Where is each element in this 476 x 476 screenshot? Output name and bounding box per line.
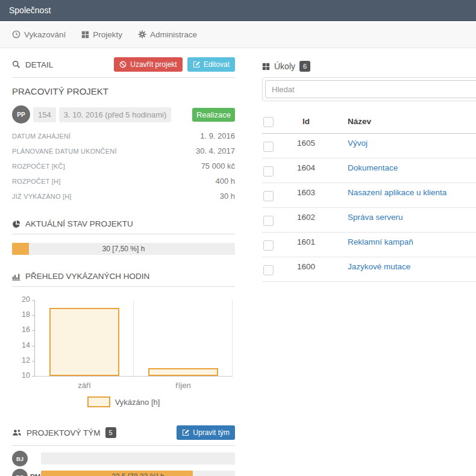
- tasks-table-header: Id Název: [262, 115, 476, 134]
- tasks-title: Úkoly: [274, 61, 295, 71]
- menu-item-label: Administrace: [150, 30, 197, 39]
- row-checkbox-cell: [262, 188, 286, 204]
- task-name-cell: Vývoj: [326, 139, 476, 148]
- project-team-section: PROJEKTOVÝ TÝM 5 Upravit tým BJPOPM23.5 …: [12, 425, 235, 476]
- project-modified-badge: 3. 10. 2016 (před 5 hodinami): [59, 107, 172, 122]
- grid-icon: [81, 31, 89, 39]
- chart-y-tick: [32, 376, 34, 377]
- task-name-link[interactable]: Dokumentace: [348, 163, 398, 172]
- tasks-table-body: 1605Vývoj1604Dokumentace1603Nasazení apl…: [262, 134, 476, 282]
- app-brand[interactable]: Společnost: [9, 5, 51, 15]
- ban-icon: [119, 61, 127, 68]
- row-checkbox[interactable]: [263, 216, 274, 226]
- chart-y-tick-label: 16: [12, 325, 30, 334]
- team-section-title: PROJEKTOVÝ TÝM: [27, 428, 101, 437]
- task-row: 1601Reklamní kampaň: [262, 233, 476, 257]
- chart-gridline: [133, 300, 134, 376]
- team-section-header: PROJEKTOVÝ TÝM 5 Upravit tým: [12, 425, 235, 446]
- pie-chart-icon: [12, 220, 20, 228]
- pencil-square-icon: [182, 429, 189, 436]
- gear-icon: [138, 30, 146, 39]
- member-avatar: PO: [12, 469, 28, 476]
- top-navbar: Společnost: [0, 0, 476, 21]
- row-checkbox-cell: [262, 213, 286, 228]
- edit-project-button[interactable]: Editovat: [187, 57, 235, 72]
- team-member-row: POPM23.5 [78,33 %] h: [12, 469, 235, 476]
- task-name-link[interactable]: Vývoj: [348, 139, 368, 148]
- row-checkbox-cell: [262, 237, 286, 253]
- detail-title: DETAIL: [25, 60, 53, 69]
- grid-icon: [262, 63, 270, 70]
- tasks-header: Úkoly 6: [262, 57, 476, 72]
- chart-bar: [148, 368, 218, 376]
- field-value: 30 h: [220, 192, 235, 201]
- field-label: DATUM ZAHÁJENÍ: [12, 133, 70, 140]
- member-hours-bar: [41, 453, 235, 465]
- chart-gridline: [232, 300, 233, 376]
- row-checkbox[interactable]: [263, 240, 274, 251]
- project-progress-label: 30 [7,50 %] h: [12, 243, 235, 255]
- project-status-badge: Realizace: [192, 108, 235, 122]
- field-label: ROZPOČET [H]: [12, 178, 60, 185]
- task-row: 1600Jazykové mutace: [262, 257, 476, 282]
- row-checkbox[interactable]: [263, 265, 274, 275]
- task-name-link[interactable]: Reklamní kampaň: [348, 237, 413, 246]
- project-progress-bar: 30 [7,50 %] h: [12, 243, 235, 255]
- chart-y-tick: [32, 330, 34, 331]
- task-name-cell: Dokumentace: [326, 163, 476, 172]
- row-checkbox[interactable]: [263, 166, 274, 177]
- member-hours-bar: 23.5 [78,33 %] h: [41, 471, 235, 476]
- select-all-checkbox[interactable]: [263, 117, 274, 127]
- chart-y-tick-label: 14: [12, 341, 30, 349]
- close-project-button[interactable]: Uzavřít projekt: [114, 57, 182, 72]
- clock-icon: [12, 30, 20, 39]
- field-label: PLÁNOVANÉ DATUM UKONČENÍ: [12, 148, 117, 155]
- detail-fields: DATUM ZAHÁJENÍ1. 9. 2016PLÁNOVANÉ DATUM …: [12, 128, 235, 204]
- task-name-cell: Správa serveru: [326, 213, 476, 222]
- row-checkbox-cell: [262, 262, 286, 278]
- menu-item-vykazovani[interactable]: Vykazování: [12, 30, 66, 39]
- task-name-link[interactable]: Správa serveru: [348, 213, 403, 222]
- row-checkbox[interactable]: [263, 191, 274, 201]
- legend-swatch: [87, 396, 110, 407]
- menu-item-projekty[interactable]: Projekty: [81, 30, 122, 39]
- chart-y-tick: [32, 346, 34, 346]
- hours-chart: záříříjen Vykázáno [h] 201816141210: [12, 294, 235, 412]
- field-value: 1. 9. 2016: [200, 131, 235, 140]
- field-label: ROZPOČET [KČ]: [12, 163, 65, 170]
- tasks-search-input[interactable]: [265, 80, 476, 98]
- menu-item-administrace[interactable]: Administrace: [138, 30, 197, 39]
- task-name-cell: Jazykové mutace: [326, 262, 476, 271]
- search-icon: [12, 60, 20, 69]
- detail-field-row: ROZPOČET [KČ]75 000 kč: [12, 158, 235, 174]
- tasks-table: Id Název 1605Vývoj1604Dokumentace1603Nas…: [262, 115, 476, 282]
- task-id: 1603: [286, 188, 326, 197]
- task-id: 1602: [286, 213, 326, 222]
- chart-category-label: září: [35, 381, 134, 390]
- chart-section-header: PŘEHLED VYKÁZANÝCH HODIN: [12, 272, 235, 287]
- chart-y-tick-label: 20: [12, 295, 30, 304]
- field-value: 400 h: [215, 177, 235, 186]
- task-name-link[interactable]: Nasazení aplikace u klienta: [348, 188, 446, 197]
- edit-team-label: Upravit tým: [193, 428, 230, 437]
- status-section-header: AKTUÁLNÍ STAV PROJEKTU: [12, 219, 235, 234]
- task-name-link[interactable]: Jazykové mutace: [348, 262, 410, 271]
- close-project-label: Uzavřít projekt: [130, 60, 177, 69]
- chart-plot: záříříjen: [34, 300, 233, 377]
- users-icon: [12, 428, 22, 437]
- project-status-section: AKTUÁLNÍ STAV PROJEKTU 30 [7,50 %] h: [12, 219, 235, 255]
- row-checkbox[interactable]: [263, 142, 274, 152]
- project-avatar: PP: [12, 105, 30, 124]
- edit-team-button[interactable]: Upravit tým: [177, 425, 235, 440]
- chart-y-tick-label: 18: [12, 310, 30, 319]
- column-header-name: Název: [326, 117, 476, 126]
- chart-legend: Vykázáno [h]: [12, 396, 235, 407]
- chart-category-label: říjen: [134, 381, 233, 390]
- row-checkbox-cell: [262, 163, 286, 179]
- detail-field-row: DATUM ZAHÁJENÍ1. 9. 2016: [12, 128, 235, 143]
- menu-item-label: Vykazování: [24, 30, 66, 39]
- project-meta-row: PP 154 3. 10. 2016 (před 5 hodinami) Rea…: [12, 105, 235, 124]
- detail-field-row: PLÁNOVANÉ DATUM UKONČENÍ30. 4. 2017: [12, 143, 235, 158]
- member-avatar: BJ: [12, 451, 28, 466]
- project-name: PRACOVITÝ PROJEKT: [12, 86, 235, 96]
